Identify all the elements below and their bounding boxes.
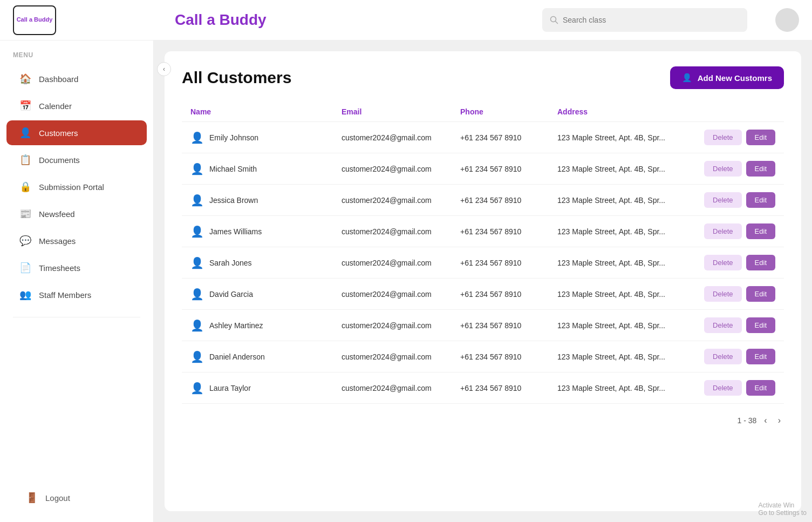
cell-address-4: 123 Maple Street, Apt. 4B, Spr...: [549, 247, 686, 279]
timesheets-icon: 📄: [19, 262, 31, 274]
sidebar-item-label: Staff Members: [39, 290, 91, 300]
customer-avatar-icon-4: 👤: [190, 256, 204, 269]
add-customer-button[interactable]: 👤 Add New Customrs: [670, 66, 784, 89]
home-icon: 🏠: [19, 73, 31, 85]
cell-phone-3: +61 234 567 8910: [452, 216, 549, 247]
cell-email-6: customer2024@gmail.com: [333, 310, 452, 341]
delete-button-6[interactable]: Delete: [704, 317, 742, 333]
edit-button-2[interactable]: Edit: [746, 192, 775, 208]
pagination: 1 - 38 ‹ ›: [182, 415, 784, 426]
sidebar-collapse-button[interactable]: ‹: [157, 62, 171, 76]
delete-button-5[interactable]: Delete: [704, 286, 742, 302]
layout: MENU 🏠 Dashboard 📅 Calender 👤 Customers …: [0, 40, 812, 522]
sidebar-item-dashboard[interactable]: 🏠 Dashboard: [6, 66, 147, 91]
edit-button-7[interactable]: Edit: [746, 349, 775, 364]
sidebar-item-timesheets[interactable]: 📄 Timesheets: [6, 255, 147, 280]
cell-actions-0: Delete Edit: [686, 122, 784, 153]
sidebar-item-messages[interactable]: 💬 Messages: [6, 228, 147, 253]
cell-address-1: 123 Maple Street, Apt. 4B, Spr...: [549, 153, 686, 185]
sidebar-item-calender[interactable]: 📅 Calender: [6, 93, 147, 118]
cell-name-6: 👤 Ashley Martinez: [182, 310, 333, 341]
page-title: All Customers: [182, 69, 291, 87]
logout-button[interactable]: 🚪 Logout: [13, 485, 140, 510]
col-name: Name: [182, 102, 333, 122]
edit-button-1[interactable]: Edit: [746, 161, 775, 177]
sidebar-item-customers[interactable]: 👤 Customers: [6, 120, 147, 145]
cell-actions-3: Delete Edit: [686, 216, 784, 247]
cell-name-7: 👤 Daniel Anderson: [182, 341, 333, 372]
svg-line-1: [556, 22, 558, 24]
cell-email-4: customer2024@gmail.com: [333, 247, 452, 279]
cell-phone-0: +61 234 567 8910: [452, 122, 549, 153]
delete-button-7[interactable]: Delete: [704, 349, 742, 364]
customer-avatar-icon-1: 👤: [190, 162, 204, 175]
edit-button-0[interactable]: Edit: [746, 130, 775, 145]
logout-icon: 🚪: [26, 492, 38, 504]
search-input[interactable]: [563, 16, 740, 24]
sidebar-item-label: Documents: [39, 155, 80, 165]
delete-button-3[interactable]: Delete: [704, 223, 742, 239]
col-address: Address: [549, 102, 686, 122]
customer-avatar-icon-8: 👤: [190, 382, 204, 395]
cell-address-3: 123 Maple Street, Apt. 4B, Spr...: [549, 216, 686, 247]
newsfeed-icon: 📰: [19, 208, 31, 220]
cell-address-5: 123 Maple Street, Apt. 4B, Spr...: [549, 279, 686, 310]
customer-avatar-icon-6: 👤: [190, 319, 204, 332]
cell-email-2: customer2024@gmail.com: [333, 185, 452, 216]
cell-name-8: 👤 Laura Taylor: [182, 372, 333, 404]
edit-button-3[interactable]: Edit: [746, 223, 775, 239]
table-row: 👤 Sarah Jones customer2024@gmail.com +61…: [182, 247, 784, 279]
customer-name-5: David Garcia: [209, 290, 253, 299]
add-customer-icon: 👤: [682, 73, 692, 83]
portal-icon: 🔒: [19, 181, 31, 193]
cell-email-5: customer2024@gmail.com: [333, 279, 452, 310]
delete-button-8[interactable]: Delete: [704, 380, 742, 396]
delete-button-2[interactable]: Delete: [704, 192, 742, 208]
col-email: Email: [333, 102, 452, 122]
cell-phone-8: +61 234 567 8910: [452, 372, 549, 404]
sidebar-item-label: Customers: [39, 128, 78, 138]
cell-actions-4: Delete Edit: [686, 247, 784, 279]
search-bar: [542, 8, 747, 32]
cell-email-0: customer2024@gmail.com: [333, 122, 452, 153]
logout-label: Logout: [45, 493, 70, 503]
edit-button-8[interactable]: Edit: [746, 380, 775, 396]
sidebar-item-documents[interactable]: 📋 Documents: [6, 147, 147, 172]
calendar-icon: 📅: [19, 100, 31, 112]
cell-actions-5: Delete Edit: [686, 279, 784, 310]
cell-name-2: 👤 Jessica Brown: [182, 185, 333, 216]
staff-icon: 👥: [19, 289, 31, 301]
customer-avatar-icon-3: 👤: [190, 225, 204, 238]
edit-button-5[interactable]: Edit: [746, 286, 775, 302]
page-header: All Customers 👤 Add New Customrs: [182, 66, 784, 89]
sidebar-item-submission-portal[interactable]: 🔒 Submission Portal: [6, 174, 147, 199]
main-content: ‹ All Customers 👤 Add New Customrs Name …: [154, 40, 812, 522]
cell-phone-4: +61 234 567 8910: [452, 247, 549, 279]
cell-name-5: 👤 David Garcia: [182, 279, 333, 310]
cell-phone-6: +61 234 567 8910: [452, 310, 549, 341]
customer-avatar-icon-0: 👤: [190, 131, 204, 144]
cell-address-6: 123 Maple Street, Apt. 4B, Spr...: [549, 310, 686, 341]
sidebar-item-label: Messages: [39, 236, 76, 246]
menu-label: MENU: [0, 51, 153, 59]
cell-actions-8: Delete Edit: [686, 372, 784, 404]
sidebar-item-staff-members[interactable]: 👥 Staff Members: [6, 282, 147, 307]
avatar: [775, 8, 799, 32]
edit-button-6[interactable]: Edit: [746, 317, 775, 333]
table-row: 👤 Ashley Martinez customer2024@gmail.com…: [182, 310, 784, 341]
cell-phone-2: +61 234 567 8910: [452, 185, 549, 216]
sidebar-logout-section: 🚪 Logout: [0, 484, 153, 511]
edit-button-4[interactable]: Edit: [746, 255, 775, 270]
customer-name-0: Emily Johnson: [209, 133, 258, 142]
user-icon: 👤: [19, 127, 31, 139]
delete-button-0[interactable]: Delete: [704, 130, 742, 145]
cell-email-8: customer2024@gmail.com: [333, 372, 452, 404]
sidebar-item-newsfeed[interactable]: 📰 Newsfeed: [6, 201, 147, 226]
col-actions: [686, 102, 784, 122]
delete-button-4[interactable]: Delete: [704, 255, 742, 270]
pagination-prev-button[interactable]: ‹: [761, 415, 770, 426]
delete-button-1[interactable]: Delete: [704, 161, 742, 177]
content-card: ‹ All Customers 👤 Add New Customrs Name …: [165, 51, 801, 511]
sidebar: MENU 🏠 Dashboard 📅 Calender 👤 Customers …: [0, 40, 154, 522]
pagination-next-button[interactable]: ›: [775, 415, 784, 426]
